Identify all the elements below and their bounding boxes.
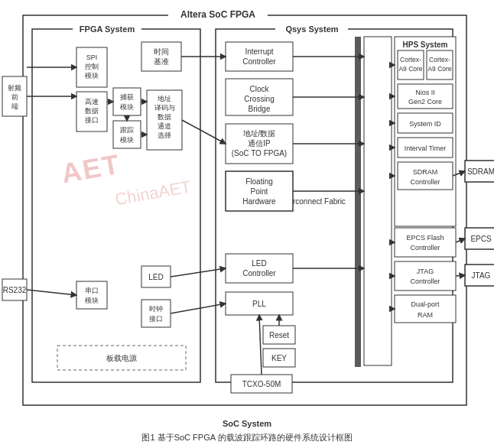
svg-text:KEY: KEY [271, 354, 287, 362]
svg-text:A9 Core: A9 Core [398, 65, 422, 73]
svg-rect-85 [398, 84, 453, 109]
svg-text:TCXO-50M: TCXO-50M [242, 380, 281, 388]
svg-rect-92 [398, 162, 453, 190]
svg-text:Floating: Floating [245, 177, 273, 186]
svg-rect-108 [465, 265, 494, 286]
svg-line-119 [171, 268, 226, 277]
svg-line-112 [27, 290, 76, 295]
svg-text:Cortex-: Cortex- [429, 56, 450, 63]
svg-rect-71 [263, 326, 295, 344]
svg-text:LED: LED [148, 273, 163, 281]
svg-rect-101 [395, 295, 456, 323]
svg-text:模块: 模块 [120, 136, 134, 144]
svg-rect-62 [226, 171, 293, 211]
svg-text:时钟: 时钟 [149, 305, 163, 313]
svg-text:Hardware: Hardware [242, 197, 276, 206]
svg-text:EPCS: EPCS [470, 235, 492, 243]
svg-text:接口: 接口 [85, 116, 99, 124]
svg-rect-47 [2, 279, 27, 300]
svg-text:时间: 时间 [154, 47, 169, 56]
svg-rect-69 [226, 292, 293, 315]
svg-text:数据: 数据 [158, 113, 171, 121]
svg-text:地址: 地址 [157, 95, 171, 102]
svg-rect-6 [216, 29, 453, 382]
svg-text:EPCS Flash: EPCS Flash [406, 234, 444, 242]
svg-text:System ID: System ID [409, 120, 441, 128]
svg-text:JTAG: JTAG [472, 271, 491, 280]
svg-text:Controller: Controller [242, 57, 276, 66]
svg-text:模块: 模块 [85, 297, 99, 304]
svg-rect-75 [231, 375, 292, 393]
svg-text:FPGA System: FPGA System [80, 24, 135, 34]
svg-rect-21 [113, 88, 141, 115]
svg-text:Qsys System: Qsys System [285, 24, 338, 34]
svg-text:SoC System: SoC System [223, 419, 271, 428]
svg-rect-82 [427, 50, 453, 80]
svg-rect-33 [141, 266, 171, 287]
svg-text:Nios II: Nios II [415, 89, 435, 96]
svg-rect-90 [398, 138, 453, 157]
svg-marker-137 [355, 37, 361, 367]
svg-text:数据: 数据 [85, 107, 99, 115]
svg-rect-35 [141, 300, 171, 327]
svg-rect-88 [398, 113, 453, 133]
svg-text:LED: LED [252, 259, 266, 268]
svg-rect-104 [465, 161, 494, 182]
svg-text:Controller: Controller [410, 244, 440, 252]
svg-text:通道: 通道 [158, 122, 171, 130]
svg-rect-13 [76, 47, 107, 87]
svg-rect-24 [113, 121, 141, 148]
svg-text:RAM: RAM [418, 311, 433, 319]
svg-text:A9 Core: A9 Core [427, 65, 451, 73]
svg-text:HPS System: HPS System [403, 41, 448, 49]
svg-rect-7 [275, 23, 348, 34]
svg-text:选择: 选择 [158, 131, 171, 139]
svg-rect-51 [226, 42, 293, 71]
svg-text:基准: 基准 [154, 57, 169, 66]
svg-line-117 [182, 120, 226, 144]
svg-rect-98 [395, 261, 456, 291]
svg-line-135 [456, 239, 465, 242]
svg-text:RS232: RS232 [3, 286, 27, 294]
svg-rect-79 [398, 50, 424, 80]
svg-text:Interrupt: Interrupt [245, 47, 273, 56]
svg-text:(SoC TO FPGA): (SoC TO FPGA) [232, 149, 287, 157]
svg-text:Gen2 Core: Gen2 Core [408, 98, 442, 106]
svg-text:控制: 控制 [85, 63, 99, 70]
svg-rect-73 [263, 349, 295, 367]
svg-rect-10 [141, 42, 181, 71]
svg-rect-66 [226, 254, 293, 283]
svg-line-120 [171, 304, 226, 313]
svg-text:Cortex-: Cortex- [400, 56, 421, 63]
svg-text:Controller: Controller [410, 278, 440, 285]
svg-text:接口: 接口 [149, 315, 163, 323]
svg-text:JTAG: JTAG [417, 268, 434, 275]
svg-rect-49 [364, 37, 392, 365]
svg-text:射频: 射频 [8, 84, 21, 92]
svg-rect-58 [226, 124, 293, 164]
svg-text:译码与: 译码与 [154, 104, 175, 112]
svg-rect-4 [73, 23, 141, 34]
svg-rect-95 [395, 228, 456, 257]
svg-line-136 [456, 275, 465, 276]
svg-text:捕获: 捕获 [120, 93, 134, 101]
svg-rect-43 [2, 76, 27, 116]
svg-rect-17 [76, 92, 107, 131]
svg-text:地址/数据: 地址/数据 [242, 129, 276, 138]
svg-rect-3 [32, 29, 200, 382]
svg-text:Controller: Controller [242, 269, 276, 278]
svg-text:前: 前 [11, 93, 18, 101]
watermark-text: ChinaAET [114, 177, 193, 209]
svg-rect-54 [226, 79, 293, 115]
svg-text:System Interconnect Fabric: System Interconnect Fabric [252, 197, 346, 206]
svg-text:板载电源: 板载电源 [106, 354, 137, 362]
svg-text:通信IP: 通信IP [248, 139, 271, 148]
svg-rect-41 [57, 346, 186, 370]
svg-text:Interval Timer: Interval Timer [405, 144, 447, 152]
caption: 图1 基于SoC FPGA 的载波跟踪环路的硬件系统设计框图 [0, 432, 494, 443]
svg-text:SDRAM: SDRAM [467, 167, 494, 176]
svg-line-138 [259, 315, 262, 375]
svg-line-134 [453, 171, 465, 176]
svg-text:Altera SoC FPGA: Altera SoC FPGA [180, 9, 255, 20]
svg-text:端: 端 [11, 102, 18, 110]
